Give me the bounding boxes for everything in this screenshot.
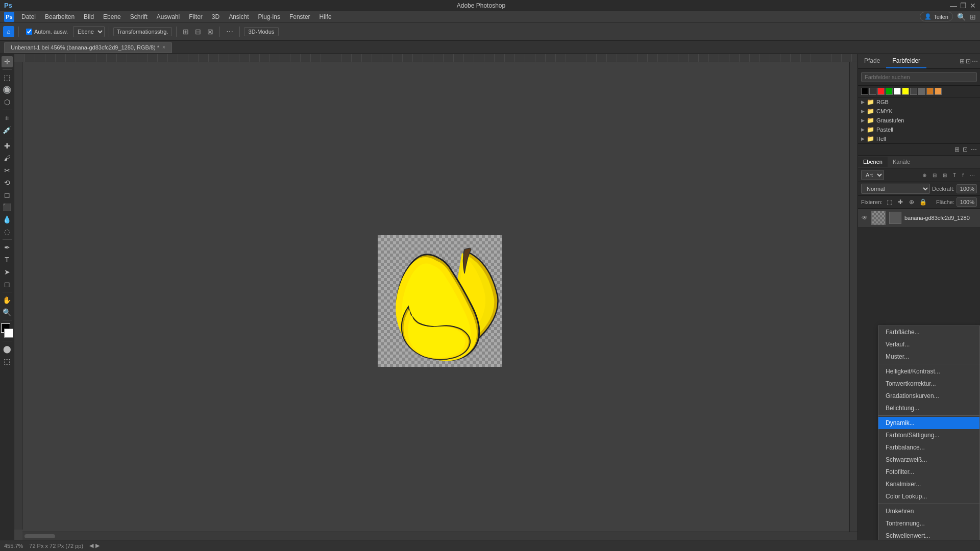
- transform-btn[interactable]: Transformationsstrg.: [113, 27, 172, 36]
- restore-btn[interactable]: ❐: [960, 2, 967, 10]
- menu-bild[interactable]: Bild: [80, 12, 98, 21]
- align-btn-2[interactable]: ⊟: [193, 27, 203, 37]
- lock-all-btn[interactable]: 🔒: [918, 197, 927, 207]
- align-btn-1[interactable]: ⊞: [181, 27, 191, 37]
- close-btn[interactable]: ✕: [970, 2, 976, 10]
- panel-icon-3[interactable]: ⋯: [972, 58, 978, 65]
- opacity-input[interactable]: [957, 184, 977, 193]
- farbfelder-tab[interactable]: Farbfelder: [886, 54, 926, 68]
- panel-icon-2[interactable]: ⊡: [966, 58, 971, 65]
- crop-tool[interactable]: ⌗: [2, 112, 13, 123]
- text-tool[interactable]: T: [2, 254, 13, 265]
- panel-view-icon-1[interactable]: ⊞: [954, 146, 960, 153]
- lock-art-btn[interactable]: ⊕: [907, 197, 916, 207]
- mask-btn[interactable]: ⬤: [2, 343, 13, 355]
- swatch-yellow[interactable]: [902, 88, 909, 95]
- menu-plugins[interactable]: Plug-ins: [254, 12, 284, 21]
- tab-close-btn[interactable]: ×: [162, 44, 165, 50]
- erase-tool[interactable]: ◻: [2, 189, 13, 201]
- scroll-bottom[interactable]: [22, 532, 857, 540]
- menu-schrift[interactable]: Schrift: [126, 12, 152, 21]
- move-tool[interactable]: ✛: [2, 56, 13, 67]
- scroll-right[interactable]: [849, 62, 857, 532]
- graustufen-group[interactable]: ▶ 📁 Graustufen: [858, 116, 980, 125]
- menu-bearbeiten[interactable]: Bearbeiten: [41, 12, 79, 21]
- lasso-tool[interactable]: 🔘: [2, 84, 13, 95]
- pen-tool[interactable]: ✒: [2, 242, 13, 253]
- menu-fenster[interactable]: Fenster: [285, 12, 314, 21]
- shape-tool[interactable]: ◻: [2, 279, 13, 290]
- blend-mode-select[interactable]: Normal: [861, 184, 930, 194]
- arrange-icon[interactable]: ⊞: [970, 13, 976, 21]
- swatch-black[interactable]: [861, 88, 868, 95]
- blur-tool[interactable]: 💧: [2, 214, 13, 225]
- ebenen-tab[interactable]: Ebenen: [858, 157, 888, 167]
- menu-3d[interactable]: 3D: [208, 12, 224, 21]
- scroll-nav[interactable]: ◀ ▶: [89, 542, 100, 549]
- dropdown-tontrennung[interactable]: Tontrennung...: [878, 517, 979, 530]
- more-btn[interactable]: ⋯: [224, 27, 235, 37]
- fill-tool[interactable]: ⬛: [2, 202, 13, 213]
- cmyk-group[interactable]: ▶ 📁 CMYK: [858, 107, 980, 116]
- dropdown-gradation[interactable]: Gradationskurven...: [878, 390, 979, 402]
- dropdown-belichtung[interactable]: Belichtung...: [878, 402, 979, 414]
- hand-tool[interactable]: ✋: [2, 294, 13, 306]
- panel-view-icon-2[interactable]: ⊡: [963, 146, 968, 153]
- home-icon[interactable]: ⌂: [3, 26, 14, 37]
- share-button[interactable]: 👤 Teilen: [920, 12, 953, 21]
- minimize-btn[interactable]: —: [950, 2, 957, 10]
- lock-pixel-btn[interactable]: ✚: [896, 197, 905, 207]
- dropdown-fotofilter[interactable]: Fotofilter...: [878, 466, 979, 478]
- swatch-red[interactable]: [877, 88, 885, 95]
- dropdown-verlauf[interactable]: Verlauf...: [878, 338, 979, 350]
- swatch-gray2[interactable]: [918, 88, 925, 95]
- menu-datei[interactable]: Datei: [17, 12, 40, 21]
- kanaele-tab[interactable]: Kanäle: [888, 157, 915, 167]
- swatch-green[interactable]: [886, 88, 893, 95]
- dropdown-dynamik[interactable]: Dynamik...: [878, 417, 979, 429]
- menu-filter[interactable]: Filter: [185, 12, 207, 21]
- dropdown-farbflaeche[interactable]: Farbfläche...: [878, 326, 979, 338]
- dropdown-colorlookup[interactable]: Color Lookup...: [878, 490, 979, 503]
- menu-ebene[interactable]: Ebene: [99, 12, 125, 21]
- layer-tool-2[interactable]: ⊟: [930, 171, 939, 179]
- heal-tool[interactable]: ✚: [2, 140, 13, 152]
- clone-tool[interactable]: ✂: [2, 165, 13, 176]
- dropdown-kanalmixer[interactable]: Kanalmixer...: [878, 478, 979, 490]
- swatch-orange2[interactable]: [935, 88, 942, 95]
- dropdown-farbbalance[interactable]: Farbbalance...: [878, 441, 979, 454]
- layer-tool-3[interactable]: ⊞: [941, 171, 949, 179]
- swatch-white[interactable]: [894, 88, 901, 95]
- search-icon[interactable]: 🔍: [957, 13, 966, 21]
- history-tool[interactable]: ⟲: [2, 177, 13, 188]
- auto-select-toggle[interactable]: Autom. ausw.: [23, 28, 71, 36]
- pfade-tab[interactable]: Pfade: [858, 54, 886, 68]
- swatch-orange1[interactable]: [926, 88, 934, 95]
- fill-input[interactable]: [957, 197, 977, 207]
- background-color[interactable]: [4, 329, 13, 338]
- magic-wand-tool[interactable]: ⬡: [2, 96, 13, 108]
- dropdown-helligkeit[interactable]: Helligkeit/Kontrast...: [878, 365, 979, 378]
- dodge-tool[interactable]: ◌: [2, 226, 13, 237]
- panel-icon-1[interactable]: ⊞: [960, 58, 965, 65]
- document-tab[interactable]: Unbenant-1 bei 456% (banana-gd83cfc2d9_1…: [4, 42, 172, 53]
- dropdown-tonwert[interactable]: Tonwertkorrektur...: [878, 378, 979, 390]
- swatch-darkgray[interactable]: [869, 88, 876, 95]
- color-search-input[interactable]: [861, 72, 977, 82]
- layer-tool-t[interactable]: T: [951, 171, 958, 179]
- dropdown-farbton[interactable]: Farbton/Sättigung...: [878, 429, 979, 441]
- layer-item[interactable]: 👁 banana-gd83cfc2d9_1280: [858, 209, 980, 228]
- brush-tool[interactable]: 🖌: [2, 153, 13, 164]
- path-select-tool[interactable]: ➤: [2, 266, 13, 278]
- frame-btn[interactable]: ⬚: [2, 356, 13, 367]
- auto-select-checkbox[interactable]: [26, 29, 32, 35]
- select-tool[interactable]: ⬚: [2, 72, 13, 83]
- menu-ansicht[interactable]: Ansicht: [225, 12, 253, 21]
- layer-visibility-btn[interactable]: 👁: [861, 214, 868, 221]
- dropdown-muster[interactable]: Muster...: [878, 350, 979, 363]
- menu-hilfe[interactable]: Hilfe: [315, 12, 336, 21]
- eyedropper-tool[interactable]: 💉: [2, 124, 13, 136]
- dropdown-umkehren[interactable]: Umkehren: [878, 505, 979, 517]
- layer-tool-1[interactable]: ⊕: [920, 171, 928, 179]
- menu-auswahl[interactable]: Auswahl: [153, 12, 184, 21]
